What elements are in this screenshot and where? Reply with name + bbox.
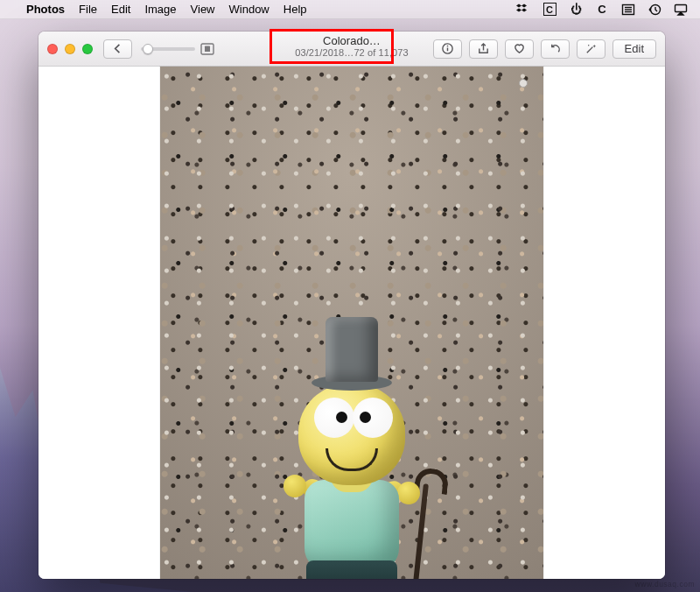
auto-enhance-button[interactable]: [577, 39, 606, 59]
back-button[interactable]: [103, 39, 132, 59]
dropbox-icon[interactable]: [516, 3, 530, 17]
edit-button[interactable]: Edit: [612, 39, 656, 59]
location-pin-icon: [519, 79, 528, 88]
box-c-icon[interactable]: C: [542, 3, 556, 17]
fullscreen-window-button[interactable]: [82, 44, 93, 54]
minimize-window-button[interactable]: [65, 44, 75, 54]
window-subtitle: 03/21/2018…72 of 11,073: [295, 47, 409, 58]
share-button[interactable]: [469, 39, 498, 59]
zoom-photo-icon: [200, 43, 214, 55]
favorite-button[interactable]: [505, 39, 534, 59]
app-menu[interactable]: Photos: [26, 3, 65, 16]
airplay-icon[interactable]: [674, 3, 688, 17]
photo-viewport[interactable]: [38, 67, 665, 579]
traffic-lights: [47, 44, 93, 54]
time-machine-icon[interactable]: [648, 3, 662, 17]
menu-file[interactable]: File: [79, 3, 97, 16]
photo-image: [160, 67, 543, 579]
zoom-track[interactable]: [141, 47, 195, 51]
zoom-slider[interactable]: [141, 43, 214, 55]
window-title-block: Colorado… 03/21/2018…72 of 11,073: [295, 35, 409, 58]
svg-point-10: [446, 46, 448, 47]
svg-rect-7: [205, 46, 210, 52]
letter-c-icon[interactable]: C: [595, 3, 609, 17]
window-toolbar: Colorado… 03/21/2018…72 of 11,073 Edit: [38, 32, 665, 67]
info-button[interactable]: [433, 39, 462, 59]
watermark: www.dusaq.com: [635, 580, 695, 588]
menu-view[interactable]: View: [191, 3, 215, 16]
photos-window: Colorado… 03/21/2018…72 of 11,073 Edit: [38, 32, 665, 579]
svg-point-11: [588, 45, 590, 46]
power-icon[interactable]: ⏻: [569, 3, 583, 17]
list-icon[interactable]: [621, 3, 635, 17]
menu-help[interactable]: Help: [284, 3, 307, 16]
svg-rect-5: [676, 4, 687, 11]
window-title: Colorado…: [295, 35, 409, 47]
zoom-thumb[interactable]: [143, 44, 153, 54]
close-window-button[interactable]: [47, 44, 58, 54]
mac-menubar: Photos File Edit Image View Window Help …: [0, 0, 700, 19]
menu-image[interactable]: Image: [144, 3, 176, 16]
menu-window[interactable]: Window: [229, 3, 270, 16]
rotate-button[interactable]: [541, 39, 570, 59]
menu-edit[interactable]: Edit: [111, 3, 130, 16]
